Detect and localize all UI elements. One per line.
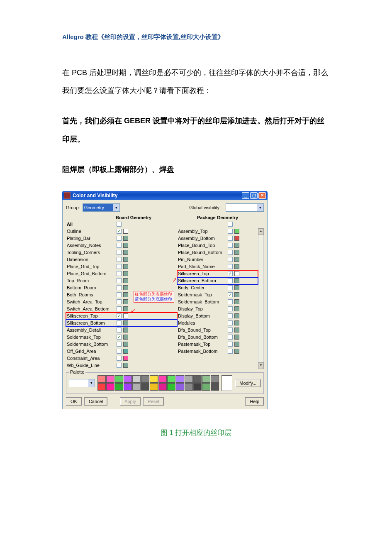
palette-color[interactable] <box>141 383 149 391</box>
visibility-checkbox[interactable] <box>228 342 233 347</box>
chevron-down-icon[interactable]: ▾ <box>113 204 119 211</box>
color-swatch[interactable] <box>123 257 128 262</box>
chevron-down-icon[interactable]: ▾ <box>88 379 95 387</box>
group-combo[interactable]: Geometry ▾ <box>83 203 120 212</box>
visibility-checkbox[interactable] <box>228 257 233 262</box>
color-swatch[interactable] <box>123 271 128 276</box>
palette-color[interactable] <box>115 383 123 391</box>
color-swatch[interactable] <box>123 320 128 325</box>
color-swatch[interactable] <box>234 264 239 269</box>
color-swatch[interactable] <box>123 299 128 304</box>
color-swatch[interactable] <box>123 349 128 354</box>
visibility-checkbox[interactable] <box>117 349 122 354</box>
visibility-checkbox[interactable] <box>228 299 233 304</box>
visibility-checkbox[interactable] <box>117 257 122 262</box>
visibility-checkbox[interactable]: ✓ <box>117 313 122 318</box>
visibility-checkbox[interactable] <box>228 236 233 241</box>
color-swatch[interactable] <box>234 229 239 234</box>
maximize-icon[interactable]: ▢ <box>250 192 258 199</box>
color-swatch[interactable] <box>123 243 128 248</box>
palette-color[interactable] <box>167 375 175 383</box>
modify-button[interactable]: Modify... <box>235 379 261 387</box>
color-swatch[interactable] <box>234 349 239 354</box>
palette-color[interactable] <box>106 383 114 391</box>
palette-color[interactable] <box>158 383 167 391</box>
color-swatch[interactable] <box>234 285 239 290</box>
color-swatch[interactable] <box>234 313 239 318</box>
visibility-checkbox[interactable] <box>117 363 122 368</box>
color-swatch[interactable] <box>234 292 239 297</box>
visibility-checkbox[interactable] <box>228 335 233 340</box>
color-swatch[interactable] <box>123 292 128 297</box>
visibility-checkbox[interactable] <box>117 250 122 255</box>
color-swatch[interactable] <box>234 328 239 333</box>
color-swatch[interactable] <box>123 306 128 311</box>
visibility-checkbox[interactable] <box>117 292 122 297</box>
palette-color[interactable] <box>211 375 219 383</box>
visibility-checkbox[interactable] <box>228 328 233 333</box>
color-swatch[interactable] <box>234 278 239 283</box>
color-swatch[interactable] <box>123 363 128 368</box>
color-swatch[interactable] <box>234 236 239 241</box>
chevron-down-icon[interactable]: ▾ <box>257 204 263 211</box>
cancel-button[interactable]: Cancel <box>84 397 107 406</box>
palette-combo[interactable]: ▾ <box>69 379 95 387</box>
visibility-checkbox[interactable] <box>228 264 233 269</box>
palette-color[interactable] <box>150 375 158 383</box>
color-swatch[interactable] <box>234 257 239 262</box>
scrollbar[interactable]: ▴ ▾ <box>258 214 264 369</box>
palette-color[interactable] <box>193 375 202 383</box>
palette-color[interactable] <box>202 375 210 383</box>
close-icon[interactable]: ✕ <box>258 192 266 199</box>
visibility-checkbox[interactable] <box>228 313 233 318</box>
visibility-checkbox[interactable] <box>228 349 233 354</box>
scroll-down-icon[interactable]: ▾ <box>258 362 264 369</box>
visibility-checkbox[interactable] <box>117 264 122 269</box>
palette-color[interactable] <box>176 375 184 383</box>
apply-button[interactable]: Apply <box>120 397 141 406</box>
palette-color[interactable] <box>211 383 219 391</box>
color-swatch[interactable] <box>234 320 239 325</box>
palette-color[interactable] <box>158 375 167 383</box>
palette-color[interactable] <box>167 383 175 391</box>
reset-button[interactable]: Reset <box>143 397 164 406</box>
dialog-titlebar[interactable]: Color and Visibility _ ▢ ✕ <box>62 191 268 200</box>
visibility-checkbox[interactable] <box>117 278 122 283</box>
ok-button[interactable]: OK <box>66 397 82 406</box>
palette-color[interactable] <box>141 375 149 383</box>
scroll-up-icon[interactable]: ▴ <box>258 228 264 235</box>
color-swatch[interactable] <box>123 250 128 255</box>
color-swatch[interactable] <box>123 229 128 234</box>
palette-color[interactable] <box>185 383 193 391</box>
palette-color[interactable] <box>115 375 123 383</box>
all-checkbox-right[interactable] <box>228 222 233 227</box>
visibility-checkbox[interactable]: ✓ <box>117 229 122 234</box>
visibility-checkbox[interactable] <box>117 342 122 347</box>
visibility-checkbox[interactable] <box>117 236 122 241</box>
color-swatch[interactable] <box>234 250 239 255</box>
palette-color[interactable] <box>202 383 210 391</box>
visibility-checkbox[interactable] <box>228 320 233 325</box>
color-swatch[interactable] <box>123 285 128 290</box>
minimize-icon[interactable]: _ <box>242 192 249 199</box>
palette-color[interactable] <box>132 375 141 383</box>
palette-color[interactable] <box>124 375 132 383</box>
visibility-checkbox[interactable] <box>228 278 233 283</box>
visibility-checkbox[interactable] <box>228 229 233 234</box>
visibility-checkbox[interactable] <box>228 285 233 290</box>
palette-color[interactable] <box>97 383 106 391</box>
color-swatch[interactable] <box>123 356 128 361</box>
visibility-checkbox[interactable]: ✓ <box>117 335 122 340</box>
color-swatch[interactable] <box>123 335 128 340</box>
palette-color[interactable] <box>176 383 184 391</box>
visibility-checkbox[interactable] <box>117 328 122 333</box>
color-swatch[interactable] <box>234 299 239 304</box>
color-swatch[interactable] <box>123 328 128 333</box>
palette-color[interactable] <box>97 375 106 383</box>
color-swatch[interactable] <box>123 236 128 241</box>
color-swatch[interactable] <box>123 342 128 347</box>
color-swatch[interactable] <box>123 313 128 318</box>
color-swatch[interactable] <box>234 243 239 248</box>
visibility-checkbox[interactable] <box>117 285 122 290</box>
visibility-checkbox[interactable]: ✓ <box>228 271 233 276</box>
